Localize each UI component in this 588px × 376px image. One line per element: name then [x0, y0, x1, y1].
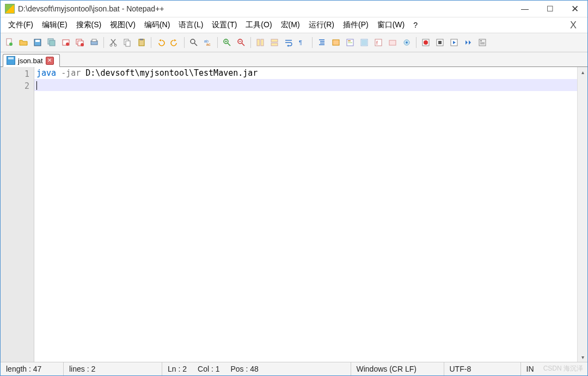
svg-point-7 — [66, 43, 69, 46]
indent-guide-icon[interactable] — [315, 36, 328, 49]
svg-rect-46 — [480, 40, 482, 41]
toolbar: abac ¶ f — [1, 33, 587, 52]
record-macro-icon[interactable] — [419, 36, 432, 49]
svg-rect-16 — [126, 41, 130, 46]
svg-rect-43 — [438, 41, 442, 44]
function-list-icon[interactable]: f — [372, 36, 385, 49]
svg-rect-5 — [50, 40, 55, 46]
undo-icon[interactable] — [154, 36, 167, 49]
svg-rect-24 — [257, 39, 260, 46]
play-multi-icon[interactable] — [462, 36, 475, 49]
window-title: D:\devsoft\myjsontool\json.bat - Notepad… — [18, 4, 512, 13]
menu-file[interactable]: 文件(F) — [4, 19, 38, 32]
status-col: Col : 1 — [192, 362, 225, 375]
svg-rect-18 — [140, 39, 143, 40]
cut-icon[interactable] — [107, 36, 120, 49]
titlebar: D:\devsoft\myjsontool\json.bat - Notepad… — [1, 1, 587, 17]
svg-rect-47 — [480, 43, 485, 43]
menu-close-doc[interactable]: X — [562, 20, 584, 31]
find-icon[interactable] — [187, 36, 200, 49]
svg-rect-29 — [333, 40, 339, 45]
copy-icon[interactable] — [121, 36, 134, 49]
svg-point-19 — [191, 39, 195, 44]
menu-plugins[interactable]: 插件(P) — [339, 19, 373, 32]
svg-point-1 — [9, 43, 13, 46]
sync-hscroll-icon[interactable] — [268, 36, 281, 49]
zoom-out-icon[interactable] — [235, 36, 248, 49]
menu-view[interactable]: 视图(V) — [106, 19, 140, 32]
vertical-scrollbar[interactable]: ▴ ▾ — [577, 67, 587, 362]
close-button[interactable]: ✕ — [562, 1, 587, 17]
editor: 1 2 java -jar D:\devsoft\myjsontool\Test… — [1, 67, 587, 362]
menu-window[interactable]: 窗口(W) — [373, 19, 409, 32]
line-number: 1 — [1, 68, 29, 80]
line-number: 2 — [1, 80, 29, 92]
svg-rect-37 — [389, 40, 396, 45]
status-insert-mode: IN — [521, 362, 540, 375]
menu-help[interactable]: ? — [409, 19, 422, 31]
save-state-icon — [7, 56, 15, 65]
wordwrap-icon[interactable] — [282, 36, 295, 49]
svg-rect-3 — [35, 40, 40, 42]
status-length: length : 47 — [1, 362, 64, 375]
svg-rect-27 — [271, 43, 278, 46]
menu-language[interactable]: 语言(L) — [174, 19, 207, 32]
window: D:\devsoft\myjsontool\json.bat - Notepad… — [0, 0, 588, 376]
svg-point-41 — [424, 40, 428, 45]
show-all-chars-icon[interactable]: ¶ — [296, 36, 309, 49]
replace-icon[interactable]: abac — [201, 36, 215, 49]
text-cursor — [36, 81, 37, 90]
menu-run[interactable]: 运行(R) — [304, 19, 339, 32]
tab-close-icon[interactable]: ✕ — [46, 57, 54, 65]
save-macro-icon[interactable] — [476, 36, 489, 49]
tab-json-bat[interactable]: json.bat ✕ — [3, 54, 60, 67]
svg-rect-12 — [92, 39, 96, 41]
menu-search[interactable]: 搜索(S) — [72, 19, 106, 32]
minimize-button[interactable]: — — [512, 1, 537, 17]
svg-rect-48 — [480, 44, 485, 44]
redo-icon[interactable] — [168, 36, 181, 49]
status-pos: Pos : 48 — [225, 362, 351, 375]
scroll-down-icon[interactable]: ▾ — [578, 352, 587, 362]
maximize-button[interactable]: ☐ — [537, 1, 562, 17]
menu-edit[interactable]: 编辑(E) — [38, 19, 72, 32]
status-ln: Ln : 2 — [162, 362, 192, 375]
menu-encoding[interactable]: 编码(N) — [140, 19, 174, 32]
close-all-icon[interactable] — [74, 36, 87, 49]
svg-rect-26 — [271, 39, 278, 42]
statusbar: length : 47 lines : 2 Ln : 2 Col : 1 Pos… — [1, 362, 587, 375]
status-lines: lines : 2 — [64, 362, 162, 375]
tabbar: json.bat ✕ — [1, 52, 587, 67]
menu-macro[interactable]: 宏(M) — [277, 19, 304, 32]
folder-icon[interactable] — [386, 36, 399, 49]
print-icon[interactable] — [88, 36, 101, 49]
menu-settings[interactable]: 设置(T) — [207, 19, 241, 32]
svg-text:¶: ¶ — [299, 39, 302, 46]
svg-rect-31 — [348, 40, 351, 41]
zoom-in-icon[interactable] — [220, 36, 234, 49]
svg-rect-34 — [362, 40, 367, 45]
play-macro-icon[interactable] — [448, 36, 461, 49]
status-encoding: UTF-8 — [444, 362, 521, 375]
paste-icon[interactable] — [135, 36, 148, 49]
stop-macro-icon[interactable] — [433, 36, 446, 49]
sync-vscroll-icon[interactable] — [254, 36, 267, 49]
code-line-1[interactable]: java -jar D:\devsoft\myjsontool\TestMave… — [34, 67, 577, 79]
save-icon[interactable] — [31, 36, 44, 49]
scroll-up-icon[interactable]: ▴ — [578, 67, 587, 77]
close-file-icon[interactable] — [59, 36, 72, 49]
code-area[interactable]: java -jar D:\devsoft\myjsontool\TestMave… — [34, 67, 577, 362]
code-line-2[interactable] — [34, 79, 577, 91]
status-eol: Windows (CR LF) — [351, 362, 444, 375]
svg-rect-32 — [348, 43, 352, 43]
folder-as-workspace-icon[interactable] — [329, 36, 342, 49]
new-file-icon[interactable] — [3, 36, 16, 49]
save-all-icon[interactable] — [45, 36, 58, 49]
open-file-icon[interactable] — [17, 36, 30, 49]
doc-map-icon[interactable] — [344, 36, 357, 49]
line-gutter: 1 2 — [1, 67, 34, 362]
doc-list-icon[interactable] — [358, 36, 371, 49]
tab-label: json.bat — [18, 57, 43, 65]
monitor-icon[interactable] — [400, 36, 413, 49]
menu-tools[interactable]: 工具(O) — [241, 19, 276, 32]
